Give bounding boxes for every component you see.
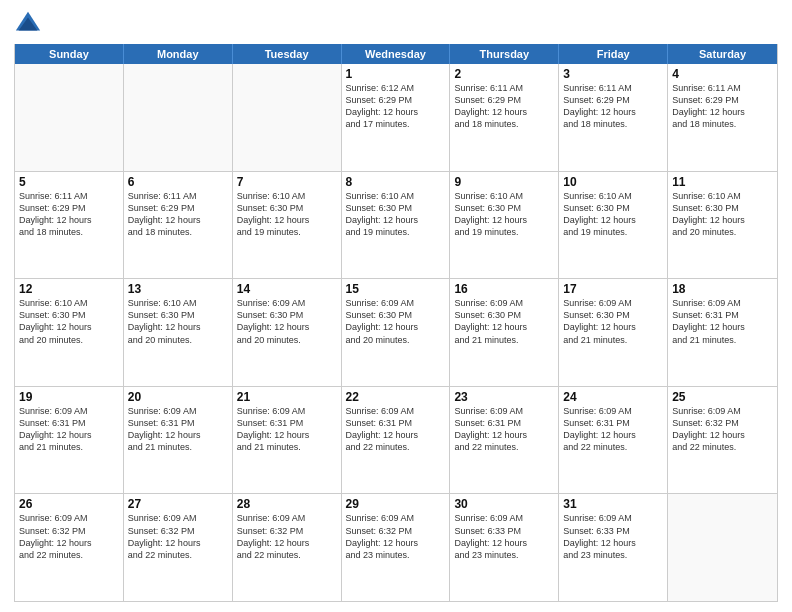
day-number: 22 — [346, 390, 446, 404]
calendar-cell: 28Sunrise: 6:09 AM Sunset: 6:32 PM Dayli… — [233, 494, 342, 601]
day-number: 26 — [19, 497, 119, 511]
calendar-cell: 23Sunrise: 6:09 AM Sunset: 6:31 PM Dayli… — [450, 387, 559, 494]
cell-info: Sunrise: 6:09 AM Sunset: 6:30 PM Dayligh… — [563, 297, 663, 346]
calendar-cell: 13Sunrise: 6:10 AM Sunset: 6:30 PM Dayli… — [124, 279, 233, 386]
cell-info: Sunrise: 6:09 AM Sunset: 6:33 PM Dayligh… — [563, 512, 663, 561]
calendar-cell: 25Sunrise: 6:09 AM Sunset: 6:32 PM Dayli… — [668, 387, 777, 494]
day-number: 1 — [346, 67, 446, 81]
calendar-cell: 6Sunrise: 6:11 AM Sunset: 6:29 PM Daylig… — [124, 172, 233, 279]
calendar: SundayMondayTuesdayWednesdayThursdayFrid… — [14, 44, 778, 602]
day-number: 3 — [563, 67, 663, 81]
calendar-cell: 8Sunrise: 6:10 AM Sunset: 6:30 PM Daylig… — [342, 172, 451, 279]
cell-info: Sunrise: 6:11 AM Sunset: 6:29 PM Dayligh… — [128, 190, 228, 239]
calendar-cell: 5Sunrise: 6:11 AM Sunset: 6:29 PM Daylig… — [15, 172, 124, 279]
day-number: 5 — [19, 175, 119, 189]
calendar-week: 19Sunrise: 6:09 AM Sunset: 6:31 PM Dayli… — [15, 387, 777, 495]
calendar-cell: 27Sunrise: 6:09 AM Sunset: 6:32 PM Dayli… — [124, 494, 233, 601]
calendar-cell: 31Sunrise: 6:09 AM Sunset: 6:33 PM Dayli… — [559, 494, 668, 601]
calendar-cell — [15, 64, 124, 171]
calendar-cell — [124, 64, 233, 171]
weekday-header: Wednesday — [342, 44, 451, 64]
day-number: 13 — [128, 282, 228, 296]
logo — [14, 10, 46, 38]
cell-info: Sunrise: 6:09 AM Sunset: 6:31 PM Dayligh… — [19, 405, 119, 454]
day-number: 18 — [672, 282, 773, 296]
day-number: 15 — [346, 282, 446, 296]
cell-info: Sunrise: 6:09 AM Sunset: 6:32 PM Dayligh… — [672, 405, 773, 454]
weekday-header: Thursday — [450, 44, 559, 64]
calendar-week: 12Sunrise: 6:10 AM Sunset: 6:30 PM Dayli… — [15, 279, 777, 387]
cell-info: Sunrise: 6:09 AM Sunset: 6:31 PM Dayligh… — [128, 405, 228, 454]
cell-info: Sunrise: 6:10 AM Sunset: 6:30 PM Dayligh… — [454, 190, 554, 239]
day-number: 2 — [454, 67, 554, 81]
calendar-cell: 20Sunrise: 6:09 AM Sunset: 6:31 PM Dayli… — [124, 387, 233, 494]
day-number: 6 — [128, 175, 228, 189]
calendar-cell: 11Sunrise: 6:10 AM Sunset: 6:30 PM Dayli… — [668, 172, 777, 279]
calendar-cell: 9Sunrise: 6:10 AM Sunset: 6:30 PM Daylig… — [450, 172, 559, 279]
cell-info: Sunrise: 6:10 AM Sunset: 6:30 PM Dayligh… — [346, 190, 446, 239]
calendar-cell: 1Sunrise: 6:12 AM Sunset: 6:29 PM Daylig… — [342, 64, 451, 171]
calendar-week: 5Sunrise: 6:11 AM Sunset: 6:29 PM Daylig… — [15, 172, 777, 280]
cell-info: Sunrise: 6:11 AM Sunset: 6:29 PM Dayligh… — [19, 190, 119, 239]
cell-info: Sunrise: 6:09 AM Sunset: 6:32 PM Dayligh… — [19, 512, 119, 561]
calendar-cell — [668, 494, 777, 601]
cell-info: Sunrise: 6:09 AM Sunset: 6:31 PM Dayligh… — [454, 405, 554, 454]
calendar-cell: 7Sunrise: 6:10 AM Sunset: 6:30 PM Daylig… — [233, 172, 342, 279]
calendar-cell: 24Sunrise: 6:09 AM Sunset: 6:31 PM Dayli… — [559, 387, 668, 494]
cell-info: Sunrise: 6:09 AM Sunset: 6:30 PM Dayligh… — [454, 297, 554, 346]
cell-info: Sunrise: 6:10 AM Sunset: 6:30 PM Dayligh… — [128, 297, 228, 346]
day-number: 11 — [672, 175, 773, 189]
day-number: 17 — [563, 282, 663, 296]
cell-info: Sunrise: 6:09 AM Sunset: 6:32 PM Dayligh… — [237, 512, 337, 561]
cell-info: Sunrise: 6:12 AM Sunset: 6:29 PM Dayligh… — [346, 82, 446, 131]
calendar-cell: 12Sunrise: 6:10 AM Sunset: 6:30 PM Dayli… — [15, 279, 124, 386]
day-number: 10 — [563, 175, 663, 189]
calendar-cell: 21Sunrise: 6:09 AM Sunset: 6:31 PM Dayli… — [233, 387, 342, 494]
cell-info: Sunrise: 6:09 AM Sunset: 6:30 PM Dayligh… — [346, 297, 446, 346]
cell-info: Sunrise: 6:10 AM Sunset: 6:30 PM Dayligh… — [672, 190, 773, 239]
weekday-header: Tuesday — [233, 44, 342, 64]
day-number: 27 — [128, 497, 228, 511]
cell-info: Sunrise: 6:10 AM Sunset: 6:30 PM Dayligh… — [237, 190, 337, 239]
cell-info: Sunrise: 6:09 AM Sunset: 6:31 PM Dayligh… — [237, 405, 337, 454]
cell-info: Sunrise: 6:09 AM Sunset: 6:30 PM Dayligh… — [237, 297, 337, 346]
calendar-cell: 29Sunrise: 6:09 AM Sunset: 6:32 PM Dayli… — [342, 494, 451, 601]
calendar-week: 26Sunrise: 6:09 AM Sunset: 6:32 PM Dayli… — [15, 494, 777, 601]
cell-info: Sunrise: 6:11 AM Sunset: 6:29 PM Dayligh… — [454, 82, 554, 131]
cell-info: Sunrise: 6:09 AM Sunset: 6:32 PM Dayligh… — [346, 512, 446, 561]
calendar-cell: 2Sunrise: 6:11 AM Sunset: 6:29 PM Daylig… — [450, 64, 559, 171]
weekday-header: Sunday — [15, 44, 124, 64]
day-number: 29 — [346, 497, 446, 511]
weekday-header: Monday — [124, 44, 233, 64]
calendar-cell — [233, 64, 342, 171]
cell-info: Sunrise: 6:09 AM Sunset: 6:32 PM Dayligh… — [128, 512, 228, 561]
cell-info: Sunrise: 6:09 AM Sunset: 6:31 PM Dayligh… — [346, 405, 446, 454]
day-number: 14 — [237, 282, 337, 296]
calendar-cell: 22Sunrise: 6:09 AM Sunset: 6:31 PM Dayli… — [342, 387, 451, 494]
day-number: 4 — [672, 67, 773, 81]
calendar-header: SundayMondayTuesdayWednesdayThursdayFrid… — [15, 44, 777, 64]
cell-info: Sunrise: 6:11 AM Sunset: 6:29 PM Dayligh… — [563, 82, 663, 131]
calendar-cell: 30Sunrise: 6:09 AM Sunset: 6:33 PM Dayli… — [450, 494, 559, 601]
calendar-cell: 16Sunrise: 6:09 AM Sunset: 6:30 PM Dayli… — [450, 279, 559, 386]
cell-info: Sunrise: 6:10 AM Sunset: 6:30 PM Dayligh… — [563, 190, 663, 239]
page: SundayMondayTuesdayWednesdayThursdayFrid… — [0, 0, 792, 612]
day-number: 25 — [672, 390, 773, 404]
day-number: 23 — [454, 390, 554, 404]
weekday-header: Saturday — [668, 44, 777, 64]
header — [14, 10, 778, 38]
day-number: 19 — [19, 390, 119, 404]
logo-icon — [14, 10, 42, 38]
day-number: 30 — [454, 497, 554, 511]
day-number: 7 — [237, 175, 337, 189]
day-number: 24 — [563, 390, 663, 404]
cell-info: Sunrise: 6:10 AM Sunset: 6:30 PM Dayligh… — [19, 297, 119, 346]
calendar-cell: 19Sunrise: 6:09 AM Sunset: 6:31 PM Dayli… — [15, 387, 124, 494]
calendar-cell: 18Sunrise: 6:09 AM Sunset: 6:31 PM Dayli… — [668, 279, 777, 386]
cell-info: Sunrise: 6:09 AM Sunset: 6:31 PM Dayligh… — [563, 405, 663, 454]
day-number: 9 — [454, 175, 554, 189]
day-number: 28 — [237, 497, 337, 511]
day-number: 12 — [19, 282, 119, 296]
calendar-cell: 26Sunrise: 6:09 AM Sunset: 6:32 PM Dayli… — [15, 494, 124, 601]
calendar-cell: 4Sunrise: 6:11 AM Sunset: 6:29 PM Daylig… — [668, 64, 777, 171]
